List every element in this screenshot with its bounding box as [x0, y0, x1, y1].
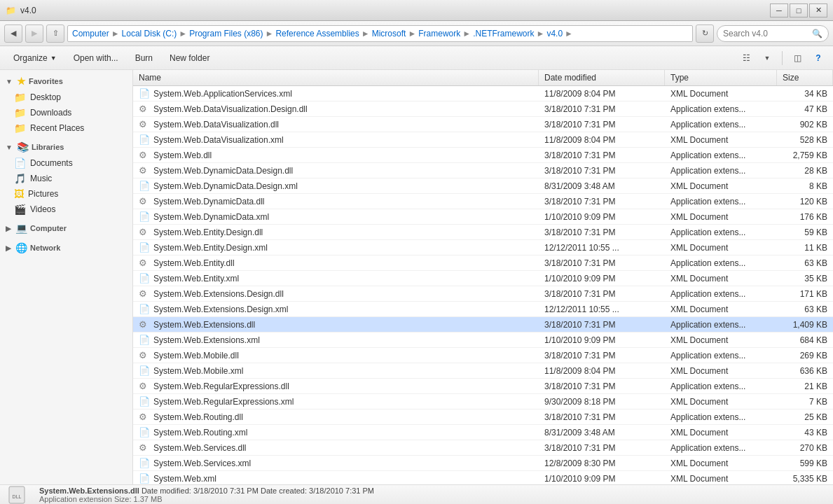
network-icon: 🌐: [15, 242, 27, 253]
breadcrumb-localdisk[interactable]: Local Disk (C:): [122, 29, 177, 38]
file-name-cell: ⚙ System.Web.dll: [133, 148, 539, 162]
col-header-name[interactable]: Name: [133, 70, 539, 85]
table-row[interactable]: ⚙ System.Web.Entity.Design.dll 3/18/2010…: [133, 225, 833, 240]
file-type-icon: ⚙: [139, 119, 150, 130]
status-bar: DLL System.Web.Extensions.dll Date modif…: [0, 484, 833, 504]
sidebar-item-videos[interactable]: 🎬 Videos: [0, 202, 132, 217]
minimize-button[interactable]: ─: [770, 4, 788, 18]
breadcrumb-netframework[interactable]: .NETFramework: [473, 29, 534, 38]
file-size: 63 KB: [777, 255, 833, 270]
refresh-button[interactable]: ↻: [696, 24, 714, 43]
file-size: 5,335 KB: [777, 471, 833, 484]
table-row[interactable]: 📄 System.Web.DynamicData.xml 1/10/2010 9…: [133, 209, 833, 225]
breadcrumb-computer[interactable]: Computer: [72, 29, 109, 38]
sidebar-item-pictures[interactable]: 🖼 Pictures: [0, 186, 132, 202]
breadcrumb-v40[interactable]: v4.0: [546, 29, 563, 38]
file-date: 1/10/2010 9:09 PM: [539, 209, 665, 224]
table-row[interactable]: 📄 System.Web.Services.xml 12/8/2009 8:30…: [133, 456, 833, 471]
table-row[interactable]: ⚙ System.Web.DataVisualization.dll 3/18/…: [133, 117, 833, 132]
table-row[interactable]: ⚙ System.Web.Entity.dll 3/18/2010 7:31 P…: [133, 255, 833, 271]
network-section: ▶ 🌐 Network: [0, 239, 132, 256]
table-row[interactable]: 📄 System.Web.Extensions.Design.xml 12/12…: [133, 302, 833, 317]
sidebar-item-music[interactable]: 🎵 Music: [0, 171, 132, 186]
file-type-icon: 📄: [139, 273, 150, 284]
col-header-size[interactable]: Size: [777, 70, 833, 85]
maximize-button[interactable]: □: [790, 4, 808, 18]
table-row[interactable]: ⚙ System.Web.DataVisualization.Design.dl…: [133, 102, 833, 117]
breadcrumb-bar[interactable]: Computer ► Local Disk (C:) ► Program Fil…: [67, 25, 693, 42]
table-row[interactable]: ⚙ System.Web.Extensions.dll 3/18/2010 7:…: [133, 317, 833, 332]
table-row[interactable]: 📄 System.Web.DynamicData.Design.xml 8/31…: [133, 178, 833, 194]
file-name: System.Web.Mobile.xml: [153, 366, 243, 376]
search-bar[interactable]: 🔍: [717, 25, 829, 42]
new-folder-button[interactable]: New folder: [162, 49, 217, 67]
table-row[interactable]: 📄 System.Web.ApplicationServices.xml 11/…: [133, 86, 833, 102]
breadcrumb-refassemblies[interactable]: Reference Assemblies: [275, 29, 359, 38]
breadcrumb-programfiles[interactable]: Program Files (x86): [189, 29, 263, 38]
file-size: 176 KB: [777, 209, 833, 224]
up-button[interactable]: ⇧: [46, 24, 64, 43]
burn-button[interactable]: Burn: [128, 49, 160, 67]
back-button[interactable]: ◀: [4, 24, 22, 43]
file-name-cell: ⚙ System.Web.Mobile.dll: [133, 348, 539, 363]
sidebar-item-downloads[interactable]: 📁 Downloads: [0, 105, 132, 120]
table-row[interactable]: 📄 System.Web.xml 1/10/2010 9:09 PM XML D…: [133, 471, 833, 484]
table-row[interactable]: 📄 System.Web.Entity.Design.xml 12/12/201…: [133, 240, 833, 255]
table-row[interactable]: 📄 System.Web.RegularExpressions.xml 9/30…: [133, 394, 833, 410]
change-view-button[interactable]: ☷: [737, 50, 755, 66]
file-type-icon: 📄: [139, 365, 150, 376]
file-name: System.Web.Extensions.dll: [153, 320, 255, 330]
file-name: System.Web.Extensions.Design.dll: [153, 289, 284, 299]
table-row[interactable]: 📄 System.Web.Routing.xml 8/31/2009 3:48 …: [133, 425, 833, 440]
col-header-date[interactable]: Date modified: [539, 70, 665, 85]
forward-button[interactable]: ▶: [25, 24, 43, 43]
help-button[interactable]: ?: [809, 50, 827, 66]
file-type: Application extens...: [665, 102, 777, 116]
file-date: 3/18/2010 7:31 PM: [539, 410, 665, 424]
breadcrumb-framework[interactable]: Framework: [418, 29, 460, 38]
table-row[interactable]: ⚙ System.Web.RegularExpressions.dll 3/18…: [133, 379, 833, 394]
sidebar-item-desktop[interactable]: 📁 Desktop: [0, 90, 132, 105]
file-date: 3/18/2010 7:31 PM: [539, 317, 665, 332]
file-name: System.Web.Extensions.Design.xml: [153, 304, 289, 314]
network-header[interactable]: ▶ 🌐 Network: [0, 239, 132, 256]
organize-button[interactable]: Organize ▼: [6, 49, 64, 67]
videos-folder-icon: 🎬: [14, 204, 26, 215]
breadcrumb-microsoft[interactable]: Microsoft: [372, 29, 406, 38]
table-row[interactable]: 📄 System.Web.Entity.xml 1/10/2010 9:09 P…: [133, 271, 833, 286]
table-row[interactable]: 📄 System.Web.DataVisualization.xml 11/8/…: [133, 132, 833, 148]
table-row[interactable]: 📄 System.Web.Extensions.xml 1/10/2010 9:…: [133, 332, 833, 348]
file-name: System.Web.RegularExpressions.xml: [153, 397, 294, 407]
table-row[interactable]: ⚙ System.Web.DynamicData.dll 3/18/2010 7…: [133, 194, 833, 209]
table-row[interactable]: ⚙ System.Web.dll 3/18/2010 7:31 PM Appli…: [133, 148, 833, 163]
file-name-cell: 📄 System.Web.Routing.xml: [133, 425, 539, 440]
file-rows-container: 📄 System.Web.ApplicationServices.xml 11/…: [133, 86, 833, 484]
file-date: 12/8/2009 8:30 PM: [539, 456, 665, 470]
file-type-icon: ⚙: [139, 288, 150, 299]
table-row[interactable]: ⚙ System.Web.Extensions.Design.dll 3/18/…: [133, 286, 833, 302]
open-with-button[interactable]: Open with...: [66, 49, 126, 67]
search-icon: 🔍: [812, 29, 822, 38]
table-row[interactable]: ⚙ System.Web.Services.dll 3/18/2010 7:31…: [133, 440, 833, 456]
file-type: XML Document: [665, 394, 777, 409]
file-type: XML Document: [665, 271, 777, 286]
table-row[interactable]: ⚙ System.Web.Routing.dll 3/18/2010 7:31 …: [133, 410, 833, 425]
close-button[interactable]: ✕: [809, 4, 827, 18]
libraries-header[interactable]: ▼ 📚 Libraries: [0, 139, 132, 155]
search-input[interactable]: [723, 29, 809, 38]
file-name: System.Web.DynamicData.xml: [153, 212, 269, 222]
file-name-cell: ⚙ System.Web.Services.dll: [133, 440, 539, 455]
file-date: 3/18/2010 7:31 PM: [539, 163, 665, 178]
table-row[interactable]: ⚙ System.Web.DynamicData.Design.dll 3/18…: [133, 163, 833, 178]
computer-header[interactable]: ▶ 💻 Computer: [0, 220, 132, 237]
sidebar-item-documents[interactable]: 📄 Documents: [0, 155, 132, 171]
favorites-header[interactable]: ▼ ★ Favorites: [0, 73, 132, 90]
table-row[interactable]: 📄 System.Web.Mobile.xml 11/8/2009 8:04 P…: [133, 363, 833, 379]
file-size: 47 KB: [777, 102, 833, 116]
col-header-type[interactable]: Type: [665, 70, 777, 85]
file-name-cell: 📄 System.Web.DataVisualization.xml: [133, 132, 539, 147]
sidebar-item-recentplaces[interactable]: 📁 Recent Places: [0, 120, 132, 136]
preview-pane-button[interactable]: ◫: [788, 50, 806, 66]
view-arrow-button[interactable]: ▼: [758, 50, 776, 66]
table-row[interactable]: ⚙ System.Web.Mobile.dll 3/18/2010 7:31 P…: [133, 348, 833, 363]
